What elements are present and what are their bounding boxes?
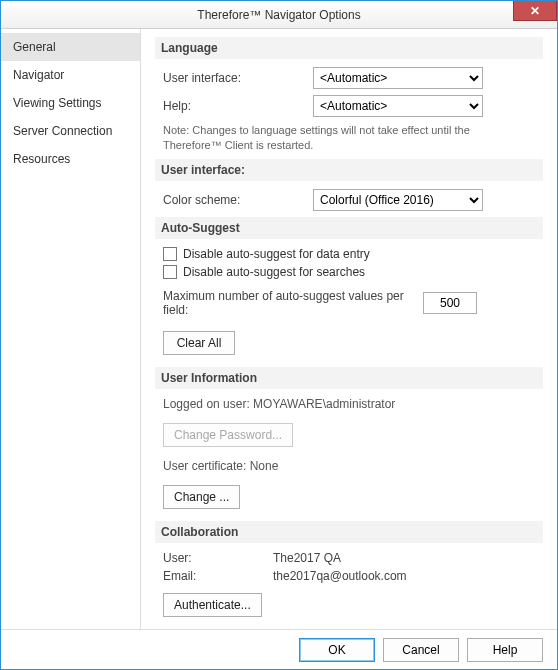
max-auto-suggest-label: Maximum number of auto-suggest values pe… — [163, 289, 423, 317]
ok-button[interactable]: OK — [299, 638, 375, 662]
window-title: Therefore™ Navigator Options — [1, 8, 557, 22]
ui-language-select[interactable]: <Automatic> — [313, 67, 483, 89]
sidebar: General Navigator Viewing Settings Serve… — [1, 29, 141, 629]
language-note: Note: Changes to language settings will … — [163, 123, 523, 153]
change-password-button: Change Password... — [163, 423, 293, 447]
title-bar: Therefore™ Navigator Options ✕ — [1, 1, 557, 29]
max-auto-suggest-input[interactable] — [423, 292, 477, 314]
sidebar-item-resources[interactable]: Resources — [1, 145, 140, 173]
sidebar-item-server-connection[interactable]: Server Connection — [1, 117, 140, 145]
user-certificate: User certificate: None — [163, 459, 543, 473]
section-auto-suggest: Auto-Suggest — [155, 217, 543, 239]
close-button[interactable]: ✕ — [513, 1, 557, 21]
sidebar-item-general[interactable]: General — [1, 33, 140, 61]
change-certificate-button[interactable]: Change ... — [163, 485, 240, 509]
collab-email-value: the2017qa@outlook.com — [273, 569, 407, 583]
content-panel: Language User interface: <Automatic> Hel… — [141, 29, 557, 629]
section-user-interface: User interface: — [155, 159, 543, 181]
disable-auto-suggest-entry-checkbox[interactable] — [163, 247, 177, 261]
sidebar-item-viewing-settings[interactable]: Viewing Settings — [1, 89, 140, 117]
logged-on-user: Logged on user: MOYAWARE\administrator — [163, 397, 543, 411]
collab-email-label: Email: — [163, 569, 273, 583]
help-language-select[interactable]: <Automatic> — [313, 95, 483, 117]
sidebar-item-navigator[interactable]: Navigator — [1, 61, 140, 89]
authenticate-button[interactable]: Authenticate... — [163, 593, 262, 617]
disable-auto-suggest-entry-label: Disable auto-suggest for data entry — [183, 247, 370, 261]
collab-user-label: User: — [163, 551, 273, 565]
ui-language-label: User interface: — [163, 71, 313, 85]
section-user-information: User Information — [155, 367, 543, 389]
help-language-label: Help: — [163, 99, 313, 113]
help-button[interactable]: Help — [467, 638, 543, 662]
section-collaboration: Collaboration — [155, 521, 543, 543]
disable-auto-suggest-search-checkbox[interactable] — [163, 265, 177, 279]
clear-all-button[interactable]: Clear All — [163, 331, 235, 355]
dialog-footer: OK Cancel Help — [1, 629, 557, 669]
cancel-button[interactable]: Cancel — [383, 638, 459, 662]
color-scheme-select[interactable]: Colorful (Office 2016) — [313, 189, 483, 211]
section-language: Language — [155, 37, 543, 59]
color-scheme-label: Color scheme: — [163, 193, 313, 207]
disable-auto-suggest-search-label: Disable auto-suggest for searches — [183, 265, 365, 279]
collab-user-value: The2017 QA — [273, 551, 341, 565]
